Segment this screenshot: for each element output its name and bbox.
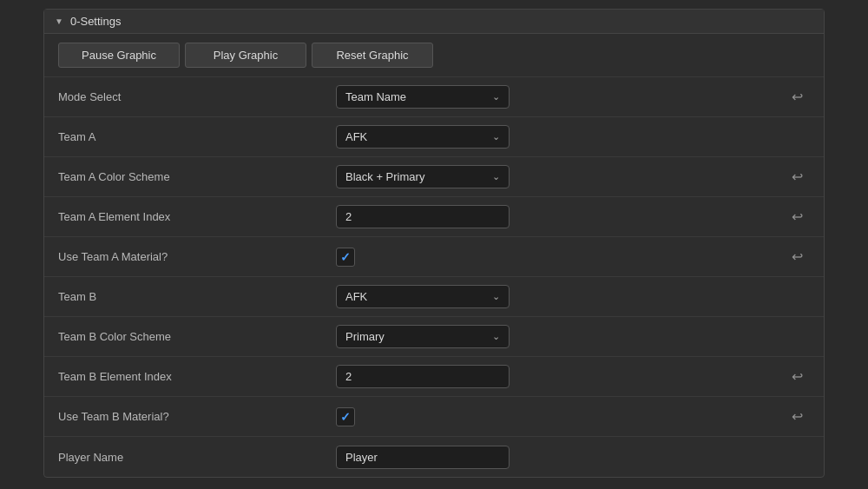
row-actions-mode-select: ↩	[775, 85, 810, 109]
label-team-a-color: Team A Color Scheme	[58, 170, 336, 183]
dropdown-team-a[interactable]: AFK⌄	[336, 125, 510, 149]
control-team-b: AFK⌄	[336, 285, 775, 308]
control-team-b-color: Primary⌄	[336, 325, 775, 348]
label-team-b-index: Team B Element Index	[58, 370, 336, 383]
row-actions-team-a-material: ↩	[775, 245, 810, 268]
reset-button-team-a-index[interactable]: ↩	[785, 205, 810, 228]
dropdown-team-b[interactable]: AFK⌄	[336, 285, 510, 308]
dropdown-value-team-a-color: Black + Primary	[345, 170, 424, 183]
chevron-down-icon: ⌄	[492, 171, 500, 182]
label-team-a-material: Use Team A Material?	[58, 250, 336, 263]
chevron-down-icon: ⌄	[492, 291, 500, 302]
checkmark-icon: ✓	[340, 250, 351, 264]
chevron-down-icon: ⌄	[492, 131, 500, 142]
control-team-a-material: ✓	[336, 248, 775, 267]
control-team-a-index	[336, 205, 775, 228]
dropdown-value-team-b-color: Primary	[345, 330, 385, 343]
control-player-name	[336, 446, 775, 469]
pause-graphic-button[interactable]: Pause Graphic	[58, 43, 180, 68]
settings-row-team-a-material: Use Team A Material?✓↩	[44, 237, 824, 277]
settings-row-team-b-color: Team B Color SchemePrimary⌄	[44, 317, 824, 357]
label-team-b: Team B	[58, 290, 336, 303]
settings-row-team-a: Team AAFK⌄	[44, 117, 824, 157]
checkbox-team-a-material[interactable]: ✓	[336, 248, 355, 267]
control-mode-select: Team Name⌄	[336, 85, 775, 109]
checkbox-team-b-material[interactable]: ✓	[336, 407, 355, 426]
dropdown-value-team-a: AFK	[345, 130, 367, 143]
input-player-name[interactable]	[336, 446, 510, 469]
settings-row-team-a-index: Team A Element Index↩	[44, 197, 824, 237]
control-team-b-index	[336, 365, 775, 388]
settings-row-player-name: Player Name	[44, 437, 824, 477]
dropdown-team-b-color[interactable]: Primary⌄	[336, 325, 510, 348]
control-team-a: AFK⌄	[336, 125, 775, 149]
row-actions-team-b-material: ↩	[775, 405, 810, 428]
row-actions-team-b-index: ↩	[775, 365, 810, 388]
dropdown-value-team-b: AFK	[345, 290, 367, 303]
checkmark-icon: ✓	[340, 410, 351, 424]
panel-header: ▼ 0-Settings	[44, 10, 824, 34]
settings-row-team-a-color: Team A Color SchemeBlack + Primary⌄↩	[44, 157, 824, 197]
settings-row-team-b-material: Use Team B Material?✓↩	[44, 397, 824, 437]
row-actions-team-a-color: ↩	[775, 165, 810, 188]
reset-graphic-button[interactable]: Reset Graphic	[312, 43, 433, 68]
input-team-b-index[interactable]	[336, 365, 510, 388]
label-team-b-color: Team B Color Scheme	[58, 330, 336, 343]
reset-button-team-a-color[interactable]: ↩	[785, 165, 810, 188]
settings-row-team-b-index: Team B Element Index↩	[44, 357, 824, 397]
action-buttons-row: Pause Graphic Play Graphic Reset Graphic	[44, 34, 824, 77]
label-team-b-material: Use Team B Material?	[58, 410, 336, 423]
control-team-b-material: ✓	[336, 407, 775, 426]
settings-panel: ▼ 0-Settings Pause Graphic Play Graphic …	[43, 9, 825, 478]
collapse-icon[interactable]: ▼	[55, 17, 63, 26]
settings-rows: Mode SelectTeam Name⌄↩Team AAFK⌄Team A C…	[44, 77, 824, 477]
input-team-a-index[interactable]	[336, 205, 510, 228]
play-graphic-button[interactable]: Play Graphic	[185, 43, 306, 68]
label-team-a-index: Team A Element Index	[58, 210, 336, 223]
chevron-down-icon: ⌄	[492, 91, 500, 102]
dropdown-value-mode-select: Team Name	[345, 90, 406, 103]
control-team-a-color: Black + Primary⌄	[336, 165, 775, 188]
reset-button-team-b-material[interactable]: ↩	[785, 405, 810, 428]
settings-row-mode-select: Mode SelectTeam Name⌄↩	[44, 77, 824, 117]
chevron-down-icon: ⌄	[492, 331, 500, 342]
reset-button-team-a-material[interactable]: ↩	[785, 245, 810, 268]
label-mode-select: Mode Select	[58, 90, 336, 103]
row-actions-team-a-index: ↩	[775, 205, 810, 228]
label-player-name: Player Name	[58, 451, 336, 464]
label-team-a: Team A	[58, 130, 336, 143]
reset-button-mode-select[interactable]: ↩	[785, 85, 810, 109]
settings-row-team-b: Team BAFK⌄	[44, 277, 824, 317]
reset-button-team-b-index[interactable]: ↩	[785, 365, 810, 388]
dropdown-team-a-color[interactable]: Black + Primary⌄	[336, 165, 510, 188]
dropdown-mode-select[interactable]: Team Name⌄	[336, 85, 510, 109]
panel-title: 0-Settings	[70, 15, 122, 28]
